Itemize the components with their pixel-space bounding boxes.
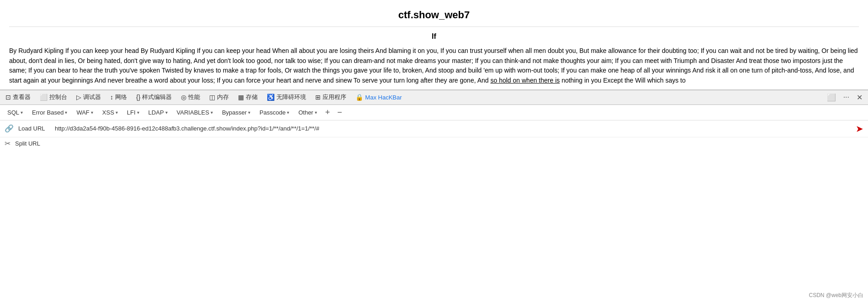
waf-label: WAF: [76, 109, 89, 116]
split-url-row: ✂ Split URL: [0, 137, 868, 150]
ldap-button[interactable]: LDAP ▾: [145, 107, 171, 118]
bypasser-button[interactable]: Bypasser ▾: [218, 107, 254, 118]
devtools-right-controls: ⬜ ··· ✕: [825, 92, 864, 103]
debugger-icon: ▷: [76, 94, 81, 101]
bypasser-label: Bypasser: [222, 109, 247, 116]
sql-label: SQL: [7, 109, 19, 116]
link-icon: 🔗: [5, 124, 14, 133]
url-input[interactable]: [55, 125, 851, 132]
memory-label: 内存: [217, 93, 229, 101]
hackbar-link[interactable]: Max HacKBar: [365, 94, 402, 101]
xss-caret: ▾: [116, 110, 118, 115]
performance-icon: ◎: [181, 94, 186, 101]
network-icon: ↕: [110, 94, 113, 101]
close-devtools-icon[interactable]: ✕: [855, 92, 864, 103]
url-row: 🔗 Load URL ➤: [0, 120, 868, 137]
devtools-accessibility[interactable]: ♿ 无障碍环境: [265, 92, 308, 102]
devtools-style-editor[interactable]: {} 样式编辑器: [134, 92, 174, 102]
passcode-label: Passcode: [259, 109, 286, 116]
devtools-console[interactable]: ⬜ 控制台: [38, 92, 69, 102]
sql-caret: ▾: [21, 110, 23, 115]
style-editor-icon: {}: [136, 94, 140, 101]
lock-icon: 🔒: [355, 94, 363, 101]
console-label: 控制台: [49, 93, 67, 101]
debugger-label: 调试器: [83, 93, 101, 101]
sql-button[interactable]: SQL ▾: [4, 107, 26, 118]
network-label: 网络: [115, 93, 127, 101]
ldap-label: LDAP: [148, 109, 164, 116]
storage-icon: ▦: [238, 94, 244, 101]
accessibility-icon: ♿: [267, 94, 275, 101]
inspector-icon: ⊡: [5, 94, 11, 101]
more-options-icon[interactable]: ···: [842, 92, 851, 102]
dock-icon[interactable]: ⬜: [825, 92, 838, 103]
variables-button[interactable]: VARIABLES ▾: [173, 107, 217, 118]
devtools-application[interactable]: ⊞ 应用程序: [313, 92, 348, 102]
xss-label: XSS: [102, 109, 114, 116]
application-icon: ⊞: [315, 94, 321, 101]
add-module-button[interactable]: +: [323, 107, 333, 118]
lfi-label: LFI: [127, 109, 136, 116]
memory-icon: ◫: [209, 94, 215, 101]
xss-button[interactable]: XSS ▾: [99, 107, 122, 118]
devtools-performance[interactable]: ◎ 性能: [179, 92, 202, 102]
poem-underline: so hold on when there is: [491, 77, 560, 84]
split-icon: ✂: [5, 139, 11, 148]
accessibility-label: 无障碍环境: [276, 93, 306, 101]
devtools-network[interactable]: ↕ 网络: [108, 92, 129, 102]
split-url-label: Split URL: [15, 140, 47, 147]
hackbar-toolbar: SQL ▾ Error Based ▾ WAF ▾ XSS ▾ LFI ▾ LD…: [0, 105, 868, 120]
browser-content: ctf.show_web7 If By Rudyard Kipling If y…: [0, 0, 868, 90]
error-based-caret: ▾: [65, 110, 67, 115]
storage-label: 存储: [246, 93, 258, 101]
passcode-caret: ▾: [287, 110, 289, 115]
ldap-caret: ▾: [165, 110, 168, 115]
load-url-label: Load URL: [18, 125, 50, 132]
devtools-debugger[interactable]: ▷ 调试器: [74, 92, 103, 102]
devtools-memory[interactable]: ◫ 内存: [207, 92, 231, 102]
hackbar-label: Max HacKBar: [365, 94, 402, 101]
poem-end: nothing in you Except the Will which say…: [561, 77, 686, 84]
poem-title: If: [9, 32, 859, 41]
lfi-button[interactable]: LFI ▾: [123, 107, 143, 118]
error-based-label: Error Based: [32, 109, 64, 116]
bypasser-caret: ▾: [248, 110, 250, 115]
waf-caret: ▾: [91, 110, 93, 115]
lfi-caret: ▾: [137, 110, 139, 115]
passcode-button[interactable]: Passcode ▾: [256, 107, 293, 118]
devtools-inspector[interactable]: ⊡ 查看器: [4, 92, 32, 102]
other-caret: ▾: [315, 110, 317, 115]
application-label: 应用程序: [323, 93, 346, 101]
variables-label: VARIABLES: [177, 109, 209, 116]
remove-module-button[interactable]: −: [334, 107, 345, 118]
poem-text: By Rudyard Kipling If you can keep your …: [9, 46, 859, 86]
url-arrow-icon: ➤: [856, 123, 863, 134]
devtools-hackbar[interactable]: 🔒 Max HacKBar: [354, 93, 403, 102]
other-button[interactable]: Other ▾: [295, 107, 321, 118]
poem-body: By Rudyard Kipling If you can keep your …: [9, 47, 858, 84]
other-label: Other: [298, 109, 313, 116]
waf-button[interactable]: WAF ▾: [73, 107, 96, 118]
error-based-button[interactable]: Error Based ▾: [28, 107, 71, 118]
console-icon: ⬜: [40, 94, 48, 101]
variables-caret: ▾: [211, 110, 213, 115]
devtools-storage[interactable]: ▦ 存储: [236, 92, 259, 102]
performance-label: 性能: [188, 93, 200, 101]
page-title: ctf.show_web7: [9, 5, 859, 27]
inspector-label: 查看器: [13, 93, 31, 101]
devtools-bar: ⊡ 查看器 ⬜ 控制台 ▷ 调试器 ↕ 网络 {} 样式编辑器 ◎ 性能 ◫ 内…: [0, 90, 868, 105]
style-editor-label: 样式编辑器: [142, 93, 172, 101]
